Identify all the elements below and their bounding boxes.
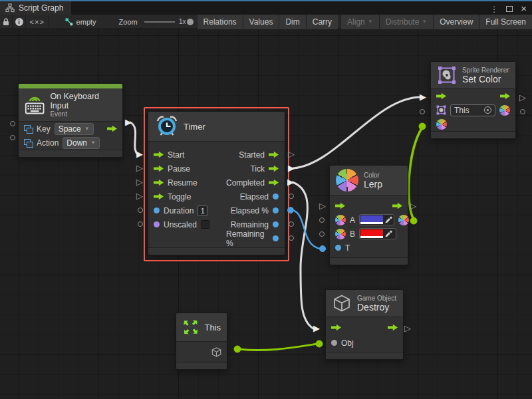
trigger-in-arrow[interactable]	[154, 151, 164, 158]
node-destroy[interactable]: Game Object Destroy Obj	[325, 289, 404, 360]
lerp-t-port[interactable]	[319, 245, 326, 252]
wire-timer-tick-to-setcolor[interactable]	[293, 97, 421, 168]
node-color-lerp[interactable]: Color Lerp A	[329, 165, 408, 265]
node-this[interactable]: This	[176, 313, 227, 370]
color-port-wheel-icon[interactable]	[335, 215, 346, 225]
trigger-out-arrow[interactable]	[269, 165, 279, 172]
lerp-trigger-in-port[interactable]	[319, 201, 326, 210]
game-object-mini-cube-icon[interactable]	[211, 346, 222, 358]
float-port-dot[interactable]	[273, 194, 279, 200]
close-icon[interactable]	[521, 3, 527, 15]
key-dropdown[interactable]: Space ▼	[55, 123, 94, 135]
action-dropdown[interactable]: Down ▼	[63, 137, 100, 149]
timer-remaining-pct-port[interactable]	[289, 235, 294, 241]
wire-this-to-destroy-obj[interactable]	[239, 344, 317, 350]
overview-button[interactable]: Overview	[433, 15, 479, 29]
lock-button[interactable]	[0, 15, 13, 29]
setcolor-trigger-in-port[interactable]	[420, 92, 426, 101]
keyboard-action-port[interactable]	[10, 135, 15, 140]
trigger-out-arrow[interactable]	[392, 202, 402, 209]
trigger-in-arrow[interactable]	[154, 193, 164, 200]
dim-button[interactable]: Dim	[279, 15, 305, 29]
relations-button[interactable]: Relations	[197, 15, 243, 29]
float-port-dot[interactable]	[154, 207, 160, 213]
color-output-wheel-icon[interactable]	[398, 215, 409, 225]
timer-started-port[interactable]	[288, 150, 295, 158]
unscaled-checkbox[interactable]	[201, 220, 209, 229]
color-a-swatch[interactable]	[359, 214, 394, 225]
info-button[interactable]	[13, 15, 25, 29]
trigger-out-arrow[interactable]	[388, 324, 398, 331]
destroy-trigger-out-port[interactable]	[404, 324, 411, 332]
values-button[interactable]: Values	[243, 15, 279, 29]
graph-breadcrumb[interactable]: empty	[65, 18, 96, 26]
float-port-dot[interactable]	[273, 235, 279, 241]
timer-remaining-port[interactable]	[289, 221, 294, 227]
tab-script-graph[interactable]: Script Graph	[0, 1, 71, 15]
setcolor-trigger-out-port[interactable]	[519, 93, 526, 102]
color-b-swatch[interactable]	[359, 228, 396, 239]
float-port-dot[interactable]	[273, 221, 279, 227]
keyboard-key-port[interactable]	[10, 121, 15, 126]
trigger-in-arrow[interactable]	[335, 202, 345, 209]
trigger-in-arrow[interactable]	[154, 165, 164, 172]
float-port-dot[interactable]	[335, 245, 341, 251]
this-output-port[interactable]	[234, 346, 241, 353]
trigger-in-arrow[interactable]	[154, 179, 164, 186]
maximize-icon[interactable]	[506, 6, 513, 12]
destroy-trigger-in-port[interactable]	[313, 324, 320, 332]
carry-button[interactable]: Carry	[306, 15, 338, 29]
object-picker-icon[interactable]	[484, 106, 491, 114]
align-button[interactable]: Align ▼	[340, 15, 379, 29]
lerp-node-body: A B	[330, 196, 408, 257]
keyboard-trigger-out-port[interactable]	[125, 118, 132, 126]
timer-start-port[interactable]	[136, 150, 143, 158]
setcolor-target-port[interactable]	[420, 109, 425, 114]
setcolor-output-port[interactable]	[520, 109, 525, 114]
wire-timer-completed-to-destroy[interactable]	[293, 182, 313, 329]
trigger-out-arrow[interactable]	[500, 92, 510, 100]
lerp-a-port[interactable]	[319, 217, 325, 223]
timer-tick-port[interactable]	[288, 164, 295, 172]
fullscreen-button[interactable]: Full Screen	[479, 15, 532, 29]
variables-button[interactable]: <×>	[26, 15, 49, 29]
timer-elapsed-pct-port[interactable]	[287, 207, 294, 213]
lerp-result-port[interactable]	[410, 217, 418, 225]
graph-canvas[interactable]: On Keyboard Input Event Key Space ▼ Acti…	[0, 29, 532, 399]
destroy-obj-port[interactable]	[316, 340, 323, 348]
setcolor-target-field[interactable]: This	[450, 104, 495, 116]
duration-input[interactable]: 1	[198, 205, 207, 216]
node-timer[interactable]: Timer Start Pause Resume	[148, 111, 285, 255]
trigger-in-arrow[interactable]	[436, 92, 446, 100]
trigger-in-arrow[interactable]	[331, 324, 341, 331]
trigger-out-arrow[interactable]	[269, 179, 279, 186]
lerp-node-category: Color	[364, 172, 382, 179]
timer-elapsed-port[interactable]	[289, 194, 294, 199]
menu-kebab-icon[interactable]	[490, 3, 498, 15]
timer-unscaled-port[interactable]	[138, 221, 143, 227]
zoom-slider-handle[interactable]	[187, 19, 194, 25]
trigger-out-arrow[interactable]	[269, 151, 279, 158]
timer-pause-port[interactable]	[136, 164, 143, 172]
bool-port-dot[interactable]	[154, 221, 160, 227]
node-set-color[interactable]: Sprite Renderer Set Color	[430, 61, 516, 139]
timer-completed-port[interactable]	[287, 178, 294, 186]
object-port-dot[interactable]	[331, 340, 337, 346]
eyedropper-icon[interactable]	[384, 229, 393, 238]
lerp-b-port[interactable]	[319, 231, 325, 237]
timer-duration-port[interactable]	[138, 207, 143, 213]
zoom-slider[interactable]	[144, 21, 175, 23]
setcolor-color-in-port[interactable]	[419, 123, 426, 130]
float-port-dot[interactable]	[273, 207, 279, 213]
distribute-button[interactable]: Distribute ▼	[379, 15, 434, 29]
keyboard-trigger-out-arrow[interactable]	[107, 125, 117, 132]
eyedropper-icon[interactable]	[384, 215, 393, 224]
color-port-wheel-icon[interactable]	[335, 229, 346, 239]
lerp-trigger-out-port[interactable]	[410, 201, 416, 210]
remaining-pct-label: Remaining %	[226, 229, 269, 248]
timer-toggle-port[interactable]	[136, 192, 143, 200]
color-input-wheel-icon[interactable]	[436, 119, 447, 130]
timer-resume-port[interactable]	[136, 178, 143, 186]
node-on-keyboard-input[interactable]: On Keyboard Input Event Key Space ▼ Acti…	[18, 83, 123, 158]
color-output-wheel-icon[interactable]	[499, 105, 510, 116]
